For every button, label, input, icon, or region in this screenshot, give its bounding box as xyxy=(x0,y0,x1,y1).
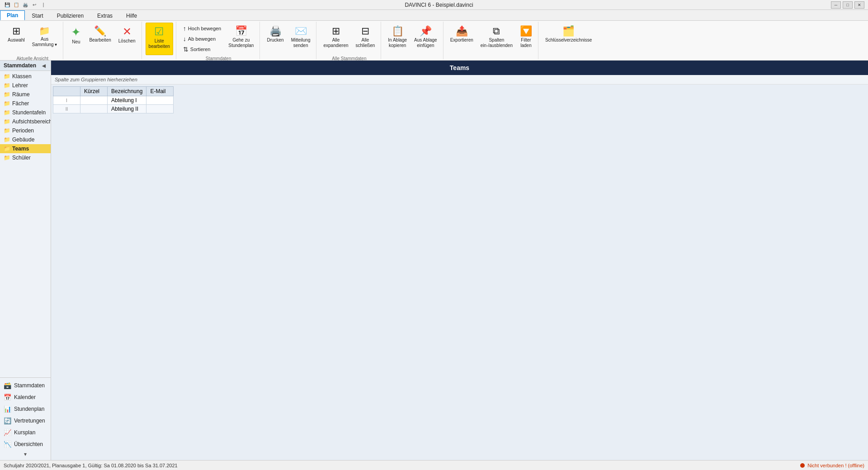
mitteilung-senden-label: Mitteilungsenden xyxy=(291,38,311,48)
ab-bewegen-button[interactable]: ↓ Ab bewegen xyxy=(180,34,224,44)
window-controls: ─ □ ✕ xyxy=(831,1,864,9)
loeschen-label: Löschen xyxy=(118,38,136,44)
sidebar-item-perioden-label: Perioden xyxy=(12,127,34,134)
bearbeiten-button[interactable]: ✏️ Bearbeiten xyxy=(86,23,114,55)
spalten-button[interactable]: ⧉ Spaltenein-/ausblenden xyxy=(477,23,516,55)
row-1-bezeichnung[interactable]: Abteilung I xyxy=(108,96,146,105)
col-header-kuerzel[interactable]: Kürzel xyxy=(80,87,108,96)
sortieren-button[interactable]: ⇅ Sortieren xyxy=(180,44,224,54)
sidebar-title: Stammdaten xyxy=(4,62,36,69)
ribbon-group-ablage: 📋 In Ablagekopieren 📌 Aus Ablageeinfügen xyxy=(382,22,443,59)
close-button[interactable]: ✕ xyxy=(854,1,864,9)
vertretungen-bottom-label: Vertretungen xyxy=(14,418,45,424)
row-2-bezeichnung[interactable]: Abteilung II xyxy=(108,105,146,113)
hoch-bewegen-button[interactable]: ↑ Hoch bewegen xyxy=(180,24,224,33)
stammdaten-icon: 🗃️ xyxy=(4,382,11,389)
mitteilung-senden-icon: ✉️ xyxy=(295,26,307,36)
col-header-email[interactable]: E-Mail xyxy=(146,87,174,96)
tab-plan[interactable]: Plan xyxy=(0,10,25,20)
gehe-stundenplan-icon: 📅 xyxy=(235,26,247,36)
sidebar-collapse-button[interactable]: ◀ xyxy=(41,62,47,69)
sidebar-header: Stammdaten ◀ xyxy=(0,61,51,71)
tab-hilfe[interactable]: Hilfe xyxy=(119,10,144,20)
sidebar-item-schueler-label: Schüler xyxy=(12,155,31,161)
hoch-bewegen-icon: ↑ xyxy=(183,25,186,32)
sidebar-item-schueler[interactable]: 📁 Schüler xyxy=(0,153,51,162)
row-1-kuerzel[interactable] xyxy=(80,96,108,105)
tab-publizieren[interactable]: Publizieren xyxy=(50,10,90,20)
alle-schliessen-icon: ⊟ xyxy=(361,26,369,36)
sidebar-bottom-kursplan[interactable]: 📈 Kursplan xyxy=(0,427,51,438)
filter-laden-label: Filterladen xyxy=(520,38,531,48)
sidebar-item-faecher-label: Fächer xyxy=(12,100,29,107)
gehe-stundenplan-button[interactable]: 📅 Gehe zuStundenplan xyxy=(225,23,257,55)
sidebar-item-faecher[interactable]: 📁 Fächer xyxy=(0,99,51,108)
sidebar-item-raeume[interactable]: 📁 Räume xyxy=(0,90,51,99)
sidebar-item-lehrer[interactable]: 📁 Lehrer xyxy=(0,81,51,90)
sidebar-item-stundentafeln[interactable]: 📁 Stundentafeln xyxy=(0,108,51,117)
row-1-email[interactable] xyxy=(146,96,174,105)
drucken-button[interactable]: 🖨️ Drucken xyxy=(264,23,287,55)
sidebar-item-teams[interactable]: 📁 Teams xyxy=(0,144,51,153)
alle-schliessen-button[interactable]: ⊟ Alleschließen xyxy=(353,23,378,55)
stammdaten-bottom-label: Stammdaten xyxy=(14,382,45,389)
sidebar-item-stundentafeln-label: Stundentafeln xyxy=(12,109,46,116)
loeschen-icon: ✕ xyxy=(123,26,132,37)
sidebar-bottom-uebersichten[interactable]: 📉 Übersichten xyxy=(0,438,51,450)
row-marker-1: I xyxy=(53,96,80,105)
auswahl-button[interactable]: ⊞ Auswahl xyxy=(5,23,28,55)
sidebar-item-klassen[interactable]: 📁 Klassen xyxy=(0,72,51,81)
status-right: Nicht verbunden ! (offline) xyxy=(800,463,864,468)
sidebar-scroll-down[interactable]: ▾ xyxy=(0,450,51,458)
aus-ablage-einfuegen-button[interactable]: 📌 Aus Ablageeinfügen xyxy=(411,23,440,55)
schueler-folder-icon: 📁 xyxy=(4,155,10,161)
title-bar-left: 💾 📋 🖨️ ↩ | xyxy=(4,1,47,9)
sidebar-bottom-kalender[interactable]: 📅 Kalender xyxy=(0,391,51,403)
neu-label: Neu xyxy=(72,39,80,45)
sidebar-item-aufsichtsbereiche[interactable]: 📁 Aufsichtsbereiche xyxy=(0,117,51,126)
app-icon-print[interactable]: 🖨️ xyxy=(22,1,29,9)
maximize-button[interactable]: □ xyxy=(843,1,853,9)
alle-expandieren-button[interactable]: ⊞ Alleexpandieren xyxy=(320,23,351,55)
auswahl-icon: ⊞ xyxy=(12,26,20,36)
app-icon-copy[interactable]: 📋 xyxy=(13,1,20,9)
filter-laden-icon: 🔽 xyxy=(520,26,532,36)
table-row[interactable]: II Abteilung II xyxy=(53,105,174,113)
sidebar-bottom-stundenplan[interactable]: 📊 Stundenplan xyxy=(0,403,51,415)
minimize-button[interactable]: ─ xyxy=(831,1,841,9)
mitteilung-senden-button[interactable]: ✉️ Mitteilungsenden xyxy=(288,23,314,55)
col-header-bezeichnung[interactable]: Bezeichnung xyxy=(108,87,146,96)
ribbon-group-schluessel: 🗂️ Schlüsselverzeichnisse xyxy=(539,22,598,59)
ribbon-group-alle-buttons: ⊞ Alleexpandieren ⊟ Alleschließen xyxy=(320,23,378,55)
ribbon-group-ansicht: ⊞ Auswahl 📁 AusSammlung ▾ Aktuelle Ansic… xyxy=(2,22,63,59)
sidebar-item-perioden[interactable]: 📁 Perioden xyxy=(0,126,51,135)
ribbon-group-export-buttons: 📤 Exportieren ⧉ Spaltenein-/ausblenden 🔽… xyxy=(447,23,535,58)
sidebar-bottom-vertretungen[interactable]: 🔄 Vertretungen xyxy=(0,415,51,427)
app-icon-undo[interactable]: ↩ xyxy=(31,1,38,9)
aus-sammlung-button[interactable]: 📁 AusSammlung ▾ xyxy=(29,23,61,55)
app-icon-save[interactable]: 💾 xyxy=(4,1,11,9)
tab-extras[interactable]: Extras xyxy=(90,10,119,20)
row-2-email[interactable] xyxy=(146,105,174,113)
liste-bearbeiten-button[interactable]: ☑ Listebearbeiten xyxy=(146,23,173,55)
in-ablage-kopieren-button[interactable]: 📋 In Ablagekopieren xyxy=(385,23,410,55)
ribbon-group-liste-buttons: ☑ Listebearbeiten xyxy=(146,23,173,58)
alle-schliessen-label: Alleschließen xyxy=(356,38,375,48)
schluesselverzeichnisse-button[interactable]: 🗂️ Schlüsselverzeichnisse xyxy=(542,23,595,55)
row-2-kuerzel[interactable] xyxy=(80,105,108,113)
bearbeiten-label: Bearbeiten xyxy=(89,38,111,43)
loeschen-button[interactable]: ✕ Löschen xyxy=(115,23,139,55)
stundenplan-icon: 📊 xyxy=(4,405,11,413)
status-bar: Schuljahr 2020/2021, Planausgabe 1, Gült… xyxy=(0,460,868,470)
sidebar: Stammdaten ◀ 📁 Klassen 📁 Lehrer 📁 Räume … xyxy=(0,61,51,460)
ab-bewegen-icon: ↓ xyxy=(183,35,186,42)
neu-button[interactable]: ✦ Neu xyxy=(67,23,85,55)
exportieren-button[interactable]: 📤 Exportieren xyxy=(447,23,476,55)
filter-laden-button[interactable]: 🔽 Filterladen xyxy=(517,23,535,55)
spalten-label: Spaltenein-/ausblenden xyxy=(481,38,513,48)
table-row[interactable]: I Abteilung I xyxy=(53,96,174,105)
sidebar-bottom-stammdaten[interactable]: 🗃️ Stammdaten xyxy=(0,380,51,391)
tab-start[interactable]: Start xyxy=(25,10,50,20)
status-offline-dot xyxy=(800,463,805,468)
sidebar-item-gebaeude[interactable]: 📁 Gebäude xyxy=(0,135,51,144)
